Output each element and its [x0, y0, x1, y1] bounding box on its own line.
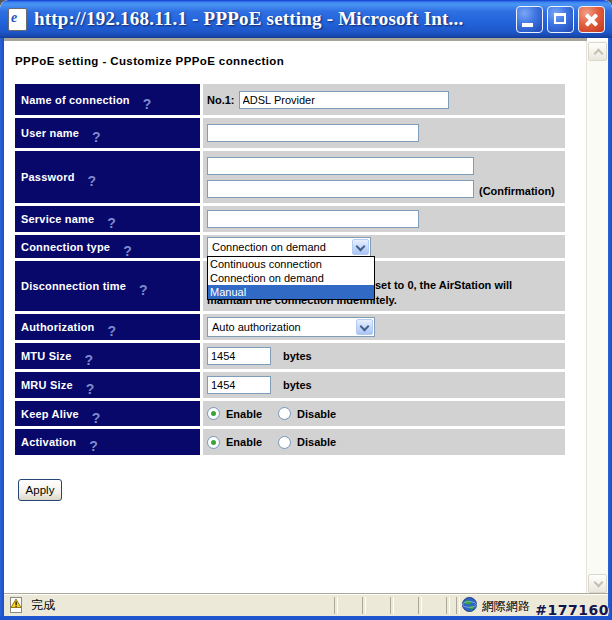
status-bar: 完成 網際網路: [4, 593, 608, 616]
title-bar: e http://192.168.11.1 - PPPoE setting - …: [0, 0, 612, 38]
chevron-down-icon[interactable]: [356, 319, 373, 335]
password-confirm-input[interactable]: [207, 180, 474, 198]
done-page-icon: [9, 597, 25, 613]
statusbar-divider: [334, 597, 338, 614]
maximize-icon: [554, 13, 566, 24]
window-title: http://192.168.11.1 - PPPoE setting - Mi…: [34, 8, 516, 30]
vertical-scrollbar[interactable]: [586, 41, 608, 594]
password-label: Password: [21, 171, 75, 183]
internet-zone-globe-icon: [462, 597, 477, 612]
password-input[interactable]: [207, 157, 474, 175]
page-content: PPPoE setting - Customize PPPoE connecti…: [4, 38, 587, 594]
chevron-up-icon: [594, 49, 604, 59]
user-name-label: User name: [21, 127, 79, 139]
security-zone-label: 網際網路: [482, 598, 530, 615]
chevron-down-icon[interactable]: [352, 239, 369, 255]
chevron-down-icon: [594, 578, 604, 588]
help-icon[interactable]: ?: [107, 323, 116, 339]
maximize-button[interactable]: [547, 6, 574, 33]
dropdown-option-continuous[interactable]: Continuous connection: [208, 257, 374, 271]
window-border-left: [0, 38, 4, 620]
service-name-label: Service name: [21, 213, 94, 225]
user-name-input[interactable]: [207, 124, 419, 142]
help-icon[interactable]: ?: [86, 381, 95, 397]
authorization-select[interactable]: Auto authorization: [207, 317, 375, 337]
apply-button[interactable]: Apply: [18, 479, 62, 501]
window-border-right: [608, 38, 612, 620]
page-title: PPPoE setting - Customize PPPoE connecti…: [15, 55, 587, 67]
statusbar-divider: [362, 597, 366, 614]
pppoe-form: Name of connection? No.1: User name? Pas…: [15, 84, 565, 455]
name-of-connection-label: Name of connection: [21, 94, 130, 106]
window-controls: [516, 6, 605, 33]
mru-size-label: MRU Size: [21, 379, 73, 391]
activation-label: Activation: [21, 436, 76, 448]
mtu-size-label: MTU Size: [21, 350, 72, 362]
row-authorization: Authorization? Auto authorization: [15, 314, 565, 340]
row-user-name: User name?: [15, 118, 565, 148]
help-icon[interactable]: ?: [143, 96, 152, 112]
disconnection-time-label: Disconnection time: [21, 280, 126, 292]
statusbar-divider: [446, 597, 450, 614]
mtu-unit-label: bytes: [283, 350, 312, 362]
minimize-icon: [522, 23, 533, 27]
connection-number-label: No.1:: [207, 94, 235, 106]
help-icon[interactable]: ?: [139, 282, 148, 298]
row-keep-alive: Keep Alive? Enable Disable: [15, 401, 565, 426]
connection-type-value: Connection on demand: [212, 241, 326, 253]
scroll-down-button[interactable]: [588, 574, 607, 593]
activation-enable-radio[interactable]: [207, 436, 220, 449]
row-name-of-connection: Name of connection? No.1:: [15, 84, 565, 115]
mru-size-input[interactable]: [207, 376, 271, 394]
dropdown-option-manual[interactable]: Manual: [208, 285, 374, 299]
status-text: 完成: [31, 597, 55, 614]
keep-alive-disable-label: Disable: [297, 408, 336, 420]
mtu-size-input[interactable]: [207, 347, 271, 365]
help-icon[interactable]: ?: [88, 173, 97, 189]
keep-alive-label: Keep Alive: [21, 408, 79, 420]
mru-unit-label: bytes: [283, 379, 312, 391]
help-icon[interactable]: ?: [92, 129, 101, 145]
statusbar-divider: [418, 597, 422, 614]
keep-alive-enable-label: Enable: [226, 408, 262, 420]
watermark-number: #177160: [535, 602, 609, 618]
row-activation: Activation? Enable Disable: [15, 429, 565, 455]
authorization-label: Authorization: [21, 321, 94, 333]
connection-type-label: Connection type: [21, 241, 110, 253]
minimize-button[interactable]: [516, 6, 543, 33]
statusbar-divider: [456, 597, 460, 614]
help-icon[interactable]: ?: [123, 243, 132, 259]
connection-type-select[interactable]: Connection on demand: [207, 237, 371, 257]
close-button[interactable]: [578, 6, 605, 33]
help-icon[interactable]: ?: [92, 410, 101, 426]
row-connection-type: Connection type? Connection on demand Co…: [15, 235, 565, 258]
keep-alive-disable-radio[interactable]: [278, 407, 291, 420]
browser-window: e http://192.168.11.1 - PPPoE setting - …: [0, 0, 612, 620]
row-mtu-size: MTU Size? bytes: [15, 343, 565, 369]
authorization-value: Auto authorization: [212, 321, 301, 333]
row-mru-size: MRU Size? bytes: [15, 372, 565, 398]
keep-alive-enable-radio[interactable]: [207, 407, 220, 420]
row-service-name: Service name?: [15, 206, 565, 232]
internet-explorer-icon: e: [8, 8, 27, 31]
window-border-bottom: [0, 616, 612, 620]
confirmation-label: (Confirmation): [479, 185, 555, 197]
activation-enable-label: Enable: [226, 436, 262, 448]
scroll-up-button[interactable]: [588, 42, 607, 61]
dropdown-option-on-demand[interactable]: Connection on demand: [208, 271, 374, 285]
help-icon[interactable]: ?: [107, 215, 116, 231]
statusbar-divider: [390, 597, 394, 614]
activation-disable-label: Disable: [297, 436, 336, 448]
activation-disable-radio[interactable]: [278, 436, 291, 449]
help-icon[interactable]: ?: [85, 352, 94, 368]
service-name-input[interactable]: [207, 210, 419, 228]
connection-name-input[interactable]: [239, 91, 449, 109]
help-icon[interactable]: ?: [89, 438, 98, 454]
connection-type-dropdown-list: Continuous connection Connection on dema…: [207, 256, 375, 300]
row-password: Password? (Confirmation): [15, 151, 565, 203]
